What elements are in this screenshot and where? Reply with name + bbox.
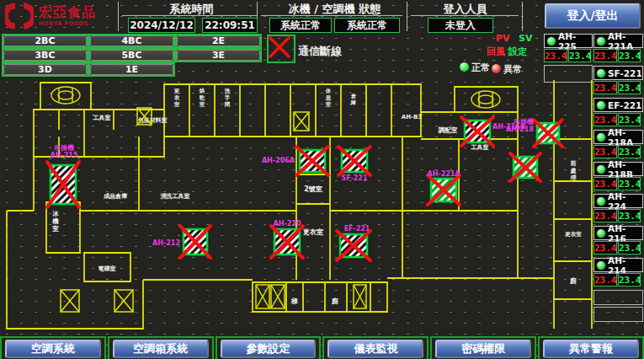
- floor-button-2E[interactable]: 2E: [177, 35, 260, 46]
- menu-button-4[interactable]: 儀表監視: [327, 340, 423, 358]
- pv-value: 23.4: [593, 177, 617, 190]
- floor-cell: [175, 62, 262, 77]
- floor-button-4BC[interactable]: 4BC: [90, 35, 173, 46]
- equipment-tag-label: AH-221A: [427, 170, 460, 178]
- sv-value: 23.4: [618, 81, 641, 94]
- equipment-row-AH-224[interactable]: AH-224: [593, 194, 643, 208]
- equipment-tag-label: EF-221: [344, 225, 370, 233]
- equipment-icon-AH-220[interactable]: [510, 153, 540, 181]
- equipment-row-AH-214[interactable]: AH-214: [593, 258, 643, 272]
- equipment-icon-AH-210[interactable]: [271, 226, 303, 258]
- equipment-row-AH-216[interactable]: AH-216: [593, 226, 643, 240]
- status-led-icon: [596, 132, 606, 142]
- setpoint-legend-label: 設定: [508, 46, 527, 58]
- system-date-value: 2024/12/12: [128, 18, 195, 33]
- equipment-name: SF-221: [608, 68, 642, 78]
- floor-cell: 1E: [88, 62, 175, 77]
- floor-cell: 3E: [175, 48, 262, 62]
- equipment-row-AH-221A[interactable]: AH-221A: [593, 34, 643, 48]
- room-label: 洗手間: [224, 88, 231, 108]
- normal-legend-label: 正常: [471, 62, 490, 74]
- equipment-tag-label: AH-212: [152, 239, 180, 247]
- room-label: AH-B3: [402, 114, 423, 121]
- hmi-screen: 宏亞食品 HUNYA FOODS 系統時間 2024/12/12 22:09:5…: [0, 0, 644, 359]
- floor-cell: 2BC: [2, 34, 88, 48]
- equipment-row-AH-218B[interactable]: AH-218B: [593, 162, 643, 176]
- floor-button-5BC[interactable]: 5BC: [90, 50, 173, 61]
- floor-cell: 5BC: [88, 48, 175, 62]
- stair-x-icon: [354, 285, 366, 308]
- menu-button-6[interactable]: 異常警報: [543, 340, 639, 358]
- room-label: 梯: [290, 297, 298, 305]
- pv-value: 23.4: [593, 113, 617, 126]
- header-divider: [522, 2, 523, 31]
- equipment-row-SF-221[interactable]: SF-221: [593, 66, 643, 80]
- bottom-cell: 空調系統: [0, 336, 106, 359]
- menu-button-5[interactable]: 密碼權限: [435, 340, 531, 358]
- menu-button-2[interactable]: 空調箱系統: [113, 340, 209, 358]
- equipment-tag-label: SF-221: [342, 174, 368, 182]
- status-led-icon: [596, 36, 606, 46]
- normal-led-icon: [459, 62, 470, 72]
- equipment-name: AH-218A: [608, 127, 642, 147]
- sv-value: 23.4: [618, 49, 641, 62]
- sv-value: 23.4: [618, 241, 641, 255]
- equipment-name: EF-221: [608, 100, 641, 110]
- room-label: 更衣室: [303, 228, 323, 236]
- empty-slot: [593, 290, 643, 305]
- pv-value: 23.4: [544, 49, 567, 62]
- room-label: 廁: [569, 276, 577, 285]
- login-logout-button[interactable]: 登入/登出: [545, 3, 641, 29]
- room-label: 成品倉庫: [103, 193, 128, 200]
- menu-button-3[interactable]: 參數設定: [221, 340, 317, 358]
- room-label: 倉庫: [350, 93, 357, 106]
- floor-cell: 4BC: [88, 34, 175, 48]
- login-user-value: 未登入: [428, 18, 493, 33]
- header-divider: [118, 2, 119, 31]
- pv-value: 23.4: [593, 145, 617, 158]
- equipment-name: AH-221A: [608, 31, 642, 51]
- equipment-icon-AH-221A[interactable]: [428, 175, 460, 205]
- floor-button-3D[interactable]: 3D: [3, 64, 87, 75]
- room-label: 工具室: [93, 114, 111, 121]
- divider: [122, 15, 257, 16]
- pv-value: 23.4: [593, 49, 617, 62]
- sv-value: 23.4: [618, 209, 641, 222]
- sv-value: 23.4: [568, 49, 591, 62]
- floor-button-3E[interactable]: 3E: [177, 50, 260, 61]
- room-label: 工具室: [471, 143, 489, 151]
- equipment-row-EF-221[interactable]: EF-221: [593, 98, 643, 112]
- divider: [411, 15, 519, 16]
- floor-button-3BC[interactable]: 3BC: [3, 50, 87, 61]
- stair-x-icon: [61, 290, 79, 312]
- equipment-icon-AH-206A[interactable]: [296, 147, 328, 175]
- floor-button-2BC[interactable]: 2BC: [3, 35, 87, 46]
- equipment-icon-AH-215[interactable]: [47, 162, 79, 207]
- equipment-icon-AH-218[interactable]: [534, 120, 562, 147]
- abnormal-legend-label: 異常: [503, 63, 522, 76]
- pv-legend-label: PV: [496, 33, 510, 44]
- room-label: 前處理: [570, 160, 577, 181]
- equipment-icon-AH-216A[interactable]: [461, 117, 493, 146]
- floor-button-1E[interactable]: 1E: [90, 64, 173, 75]
- bottom-cell: 空調箱系統: [108, 336, 214, 359]
- sv-value: 23.4: [618, 113, 641, 126]
- logo-mark-icon: [5, 3, 34, 29]
- equipment-icon-EF-221[interactable]: [337, 231, 370, 260]
- menu-button-1[interactable]: 空調系統: [5, 340, 101, 358]
- status-led-icon: [596, 196, 606, 206]
- bottom-cell: 異常警報: [538, 336, 644, 359]
- room-label: 更衣室: [565, 231, 582, 238]
- room-label: 休息室: [325, 88, 332, 108]
- equipment-row-AH-225[interactable]: AH-225: [544, 34, 593, 48]
- floor-selector-grid: 2BC4BC2E3BC5BC3E3D1E: [2, 34, 262, 77]
- pv-value: 23.4: [593, 81, 617, 94]
- equipment-icon-AH-212[interactable]: [180, 226, 210, 258]
- equipment-icon-SF-221[interactable]: [338, 147, 370, 175]
- room-label: 烘乾室: [199, 88, 205, 108]
- status-led-icon: [596, 100, 606, 110]
- equipment-row-AH-218A[interactable]: AH-218A: [593, 130, 643, 144]
- room-label: 冰機室: [51, 210, 59, 233]
- brand-name: 宏亞食品: [39, 6, 96, 19]
- pv-value: 23.4: [593, 241, 617, 255]
